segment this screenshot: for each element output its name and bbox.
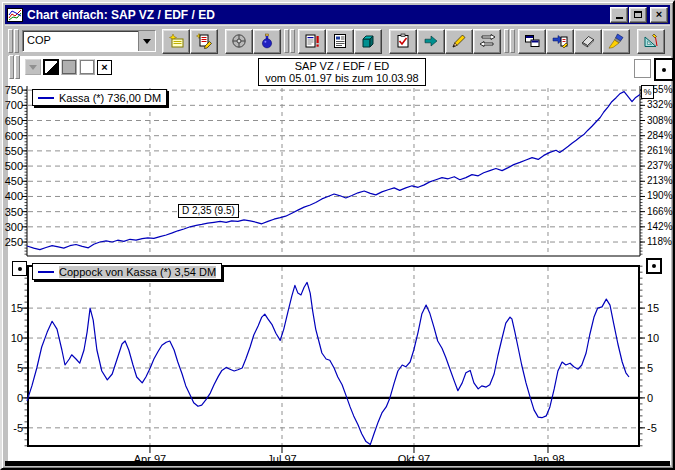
annotation-text: D 2,35 (9.5) — [182, 205, 235, 216]
drawing-tools-icon — [643, 33, 660, 49]
dot-icon — [18, 267, 22, 271]
new-chart-button[interactable] — [162, 29, 190, 54]
edit-template-icon — [196, 33, 213, 49]
line-sample-icon — [38, 271, 54, 273]
toolbar-button-groups — [162, 29, 665, 54]
toolbar-grip[interactable] — [284, 29, 295, 53]
window-title: Chart einfach: SAP VZ / EDF / ED — [27, 8, 609, 22]
flask-icon — [259, 33, 276, 49]
maximize-icon — [634, 11, 642, 18]
flask-button[interactable] — [253, 29, 281, 54]
mini-toolbar-grip[interactable] — [9, 55, 20, 79]
target-icon — [231, 33, 248, 49]
chevron-down-icon — [143, 39, 151, 44]
line-sample-icon — [38, 97, 54, 99]
info-symbol: SAP VZ / EDF / ED — [259, 60, 425, 72]
app-window: Chart einfach: SAP VZ / EDF / ED × COP ×… — [0, 0, 675, 470]
chart-info-box: SAP VZ / EDF / ED vom 05.01.97 bis zum 1… — [258, 58, 426, 86]
minimize-icon — [616, 17, 623, 19]
delete-style-button[interactable]: × — [97, 60, 112, 75]
cube-button[interactable] — [354, 29, 382, 54]
chevron-down-disabled-icon — [29, 65, 37, 70]
eraser-button[interactable] — [574, 29, 602, 54]
eraser-icon — [580, 33, 597, 49]
clipboard-check-button[interactable] — [389, 29, 417, 54]
export-doc-button[interactable] — [546, 29, 574, 54]
bottom-dark-strip — [5, 461, 670, 466]
percent-scale-badge: % — [641, 85, 654, 99]
new-chart-icon — [168, 33, 185, 49]
style-mini-toolbar: × — [6, 58, 112, 76]
app-chart-icon — [7, 8, 23, 22]
brush-icon — [608, 33, 625, 49]
close-icon: × — [656, 9, 662, 20]
gray-square-icon — [62, 60, 76, 74]
double-arrow-button[interactable] — [473, 29, 501, 54]
minimize-button[interactable] — [610, 7, 628, 23]
coppock-legend[interactable]: Coppock von Kassa (*) 3,54 DM — [32, 263, 222, 280]
info-date-range: vom 05.01.97 bis zum 10.03.98 — [259, 72, 425, 84]
report-exclaim-icon — [304, 33, 321, 49]
arrow-right-icon — [423, 33, 440, 49]
price-pane-dot-button[interactable] — [654, 58, 674, 81]
close-button[interactable]: × — [650, 7, 668, 23]
white-square-icon — [80, 60, 94, 74]
dot-icon — [662, 68, 666, 72]
report-text-button[interactable] — [326, 29, 354, 54]
pencil-button[interactable] — [445, 29, 473, 54]
contrast-square-icon — [44, 60, 58, 74]
double-arrow-icon — [479, 33, 496, 49]
gray-square-button[interactable] — [61, 59, 77, 75]
dot-icon — [652, 264, 656, 268]
cube-icon — [360, 33, 377, 49]
white-square-button[interactable] — [79, 59, 95, 75]
title-bar[interactable]: Chart einfach: SAP VZ / EDF / ED × — [5, 5, 670, 24]
report-exclaim-button[interactable] — [298, 29, 326, 54]
report-text-icon — [332, 33, 349, 49]
price-legend[interactable]: Kassa (*) 736,00 DM — [32, 89, 167, 106]
symbol-combobox[interactable]: COP — [22, 30, 156, 52]
coppock-pane-left-dot-button[interactable] — [12, 261, 27, 276]
x-icon: × — [101, 62, 107, 73]
drawing-tools-button[interactable] — [637, 29, 665, 54]
main-toolbar: COP — [5, 25, 670, 56]
clipboard-check-icon — [395, 33, 412, 49]
combobox-dropdown-button[interactable] — [138, 31, 155, 51]
chart-client-area — [8, 56, 671, 465]
pencil-icon — [451, 33, 468, 49]
coppock-pane-right-dot-button[interactable] — [646, 258, 662, 274]
dropdown-disabled-button — [25, 59, 41, 75]
windows-cascade-button[interactable] — [518, 29, 546, 54]
chart-annotation[interactable]: D 2,35 (9.5) — [178, 204, 239, 218]
symbol-combobox-value: COP — [23, 31, 138, 51]
price-legend-label: Kassa (*) 736,00 DM — [59, 92, 161, 104]
target-button[interactable] — [225, 29, 253, 54]
arrow-right-button[interactable] — [417, 29, 445, 54]
edit-template-button[interactable] — [190, 29, 218, 54]
toolbar-grip[interactable] — [8, 29, 19, 53]
brush-button[interactable] — [602, 29, 630, 54]
windows-cascade-icon — [524, 33, 541, 49]
contrast-square-button[interactable] — [43, 59, 59, 75]
pane-scale-disabled-box — [634, 59, 651, 78]
toolbar-grip[interactable] — [504, 29, 515, 53]
maximize-button[interactable] — [629, 7, 647, 23]
export-doc-icon — [552, 33, 569, 49]
coppock-legend-label: Coppock von Kassa (*) 3,54 DM — [59, 266, 216, 278]
